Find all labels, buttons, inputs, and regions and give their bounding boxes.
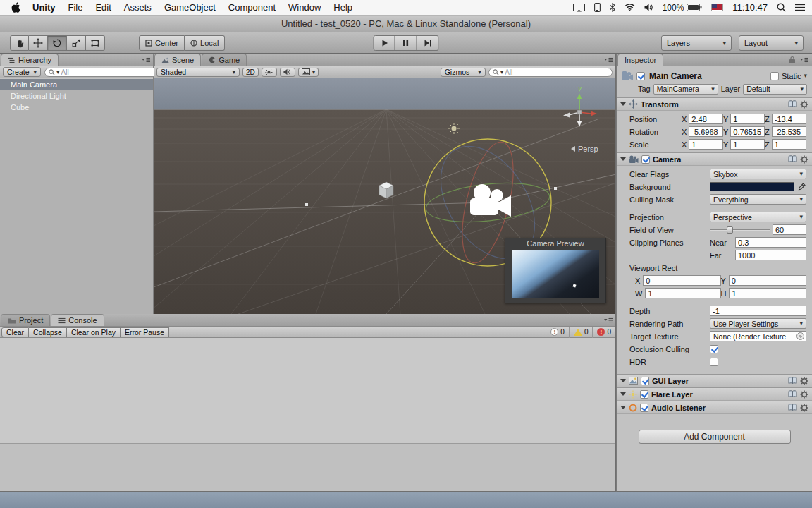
frustum-handle[interactable] [305, 203, 308, 206]
gear-icon[interactable] [800, 377, 808, 385]
layout-dropdown[interactable]: Layout [739, 35, 804, 51]
help-icon[interactable] [788, 377, 797, 385]
tab-project[interactable]: Project [1, 314, 50, 326]
foldout-arrow-icon[interactable] [620, 392, 626, 396]
fov-slider-thumb[interactable] [727, 226, 733, 234]
menu-component[interactable]: Component [222, 0, 282, 16]
error-pause-button[interactable]: Error Pause [121, 327, 169, 337]
info-count-badge[interactable]: 0 [546, 327, 569, 338]
space-toggle-button[interactable]: Local [185, 35, 225, 51]
scale-x-field[interactable] [689, 139, 723, 150]
hand-tool-button[interactable] [10, 35, 29, 51]
menu-assets[interactable]: Assets [118, 0, 158, 16]
rotate-tool-button[interactable] [48, 35, 67, 51]
layer-dropdown[interactable]: Default [743, 84, 807, 95]
scene-lighting-button[interactable] [262, 68, 277, 77]
background-color-swatch[interactable] [710, 182, 794, 191]
add-component-button[interactable]: Add Component [639, 430, 791, 444]
warning-count-badge[interactable]: 0 [569, 327, 593, 338]
static-dropdown-arrow-icon[interactable] [804, 73, 807, 79]
foldout-arrow-icon[interactable] [620, 157, 626, 161]
clear-flags-dropdown[interactable]: Skybox [710, 169, 806, 179]
camera-component-header[interactable]: Camera [617, 152, 812, 166]
static-checkbox[interactable] [770, 72, 779, 80]
help-icon[interactable] [788, 404, 797, 411]
directional-light-gizmo[interactable] [448, 123, 460, 134]
battery-indicator[interactable]: 100% [663, 3, 703, 13]
occlusion-culling-checkbox[interactable] [710, 345, 718, 353]
scene-audio-button[interactable] [280, 68, 295, 77]
hierarchy-search-input[interactable] [61, 68, 154, 76]
object-name-field[interactable]: Main Camera [648, 71, 768, 81]
frustum-handle[interactable] [554, 187, 557, 190]
culling-mask-dropdown[interactable]: Everything [710, 194, 806, 205]
hierarchy-item-main-camera[interactable]: Main Camera [0, 79, 153, 90]
flare-layer-component-header[interactable]: Flare Layer [617, 387, 812, 401]
notification-center-icon[interactable] [795, 4, 805, 11]
clear-button[interactable]: Clear [1, 327, 29, 337]
gear-icon[interactable] [800, 390, 808, 399]
target-texture-field[interactable]: None (Render Texture [710, 331, 806, 341]
rotation-x-field[interactable] [689, 126, 723, 137]
pause-button[interactable] [395, 35, 417, 51]
foldout-arrow-icon[interactable] [620, 102, 626, 106]
pivot-toggle-button[interactable]: Center [139, 35, 185, 51]
menu-window[interactable]: Window [282, 0, 327, 16]
shading-mode-dropdown[interactable]: Shaded [156, 68, 240, 77]
gizmos-dropdown[interactable]: Gizmos [441, 68, 486, 77]
menu-file[interactable]: File [62, 0, 90, 16]
gear-icon[interactable] [800, 155, 808, 164]
layers-dropdown[interactable]: Layers [661, 35, 732, 51]
foldout-arrow-icon[interactable] [620, 406, 626, 409]
rect-tool-button[interactable] [86, 35, 105, 51]
foldout-arrow-icon[interactable] [620, 379, 626, 382]
bluetooth-icon[interactable] [610, 3, 615, 12]
panel-menu-icon[interactable] [141, 56, 151, 64]
panel-menu-icon[interactable] [799, 56, 809, 64]
scale-y-field[interactable] [730, 139, 765, 150]
volume-icon[interactable] [644, 4, 653, 11]
scene-viewport[interactable]: y Persp Camera Preview [154, 78, 615, 314]
2d-toggle-button[interactable]: 2D [242, 68, 259, 77]
viewport-x-field[interactable] [643, 275, 720, 286]
menu-edit[interactable]: Edit [89, 0, 117, 16]
create-button[interactable]: Create [3, 67, 41, 77]
menubar-clock[interactable]: 11:10:47 [732, 2, 768, 13]
step-button[interactable] [417, 35, 439, 51]
scene-effects-button[interactable] [298, 68, 319, 77]
audio-listener-component-header[interactable]: Audio Listener [617, 401, 812, 414]
help-icon[interactable] [788, 155, 797, 163]
hierarchy-search[interactable] [44, 68, 159, 77]
tab-inspector[interactable]: Inspector [617, 54, 663, 66]
tab-console[interactable]: Console [51, 314, 104, 326]
move-tool-button[interactable] [29, 35, 48, 51]
hierarchy-item-cube[interactable]: Cube [0, 102, 153, 113]
input-language-flag-icon[interactable] [711, 4, 723, 11]
viewport-y-field[interactable] [729, 275, 806, 286]
scene-search-input[interactable] [505, 68, 608, 76]
console-log-area[interactable] [0, 338, 615, 444]
screen-mirroring-icon[interactable] [573, 4, 585, 12]
near-field[interactable] [735, 237, 806, 248]
spotlight-search-icon[interactable] [777, 3, 786, 12]
help-icon[interactable] [788, 100, 797, 108]
gui-layer-component-header[interactable]: GUI Layer [617, 374, 812, 387]
menu-gameobject[interactable]: GameObject [158, 0, 222, 16]
position-z-field[interactable] [772, 114, 806, 124]
camera-enabled-checkbox[interactable] [641, 155, 650, 164]
apple-menu[interactable] [7, 2, 26, 13]
gear-icon[interactable] [800, 404, 808, 412]
fov-field[interactable] [773, 224, 806, 235]
flare-layer-enabled-checkbox[interactable] [640, 390, 648, 399]
eyedropper-icon[interactable] [797, 182, 806, 191]
depth-field[interactable] [710, 306, 806, 316]
menu-unity[interactable]: Unity [26, 0, 62, 16]
clear-on-play-button[interactable]: Clear on Play [67, 327, 121, 337]
wifi-icon[interactable] [625, 4, 635, 11]
phone-icon[interactable] [594, 3, 601, 12]
menu-help[interactable]: Help [327, 0, 359, 16]
gear-icon[interactable] [800, 100, 808, 109]
tab-hierarchy[interactable]: Hierarchy [1, 54, 59, 66]
position-x-field[interactable] [689, 114, 723, 124]
tag-dropdown[interactable]: MainCamera [653, 84, 718, 95]
